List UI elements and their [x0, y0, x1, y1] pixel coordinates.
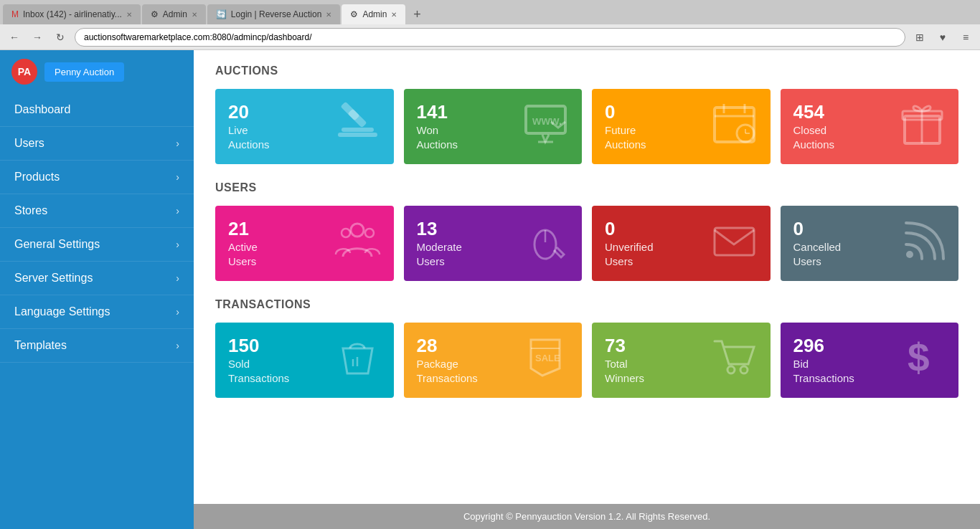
heart-button[interactable]: ♥ [934, 29, 951, 46]
gift-icon [899, 100, 946, 153]
won-auctions-card[interactable]: 141 WonAuctions www. [404, 89, 583, 164]
menu-button[interactable]: ≡ [957, 29, 974, 46]
chevron-right-icon: › [176, 205, 179, 216]
svg-text:SALE: SALE [535, 353, 560, 363]
svg-point-17 [351, 224, 364, 237]
sidebar-item-server-settings[interactable]: Server Settings › [0, 262, 194, 295]
rss-icon [899, 217, 946, 270]
logo-button[interactable]: Penny Auction [44, 62, 124, 82]
tab-close-icon[interactable]: ✕ [391, 11, 397, 19]
auctions-section-title: AUCTIONS [215, 65, 958, 77]
svg-rect-22 [715, 228, 754, 255]
sidebar: PA Penny Auction Dashboard Users › Produ… [0, 50, 194, 529]
sidebar-nav: Dashboard Users › Products › Stores › Ge… [0, 93, 194, 363]
footer: Copyright © Pennyauction Version 1.2. Al… [194, 504, 980, 529]
chevron-right-icon: › [176, 171, 179, 183]
transactions-section-title: TRANSACTIONS [215, 298, 958, 311]
live-auctions-number: 20 [228, 102, 270, 123]
closed-auctions-card[interactable]: 454 ClosedAuctions [781, 89, 959, 164]
www-icon: www. [522, 100, 569, 153]
tab-bar: M Inbox (142) - airlinenatiy... ✕ ⚙ Admi… [0, 0, 980, 24]
address-input[interactable] [75, 28, 905, 47]
dollar-icon: $ [899, 334, 946, 386]
sidebar-item-users[interactable]: Users › [0, 127, 194, 161]
tab-close-icon[interactable]: ✕ [192, 11, 197, 19]
sold-transactions-card[interactable]: 150 SoldTransactions [215, 323, 394, 398]
closed-auctions-label: ClosedAuctions [793, 123, 835, 151]
sidebar-item-stores[interactable]: Stores › [0, 194, 194, 228]
extensions-button[interactable]: ⊞ [911, 29, 928, 46]
transactions-cards-grid: 150 SoldTransactions [215, 323, 958, 398]
active-users-card[interactable]: 21 ActiveUsers [215, 206, 394, 281]
future-auctions-card[interactable]: 0 FutureAuctions [592, 89, 771, 164]
moderate-users-card[interactable]: 13 ModerateUsers [404, 206, 583, 281]
active-users-label: ActiveUsers [228, 240, 258, 268]
live-auctions-card[interactable]: 20 LiveAuctions [215, 89, 394, 164]
won-auctions-number: 141 [417, 102, 458, 123]
back-button[interactable]: ← [6, 29, 23, 46]
svg-point-19 [365, 229, 374, 237]
active-users-number: 21 [228, 219, 258, 239]
chevron-right-icon: › [176, 272, 179, 284]
content-area: AUCTIONS 20 LiveAuctions [194, 50, 980, 504]
sidebar-item-dashboard[interactable]: Dashboard [0, 93, 194, 127]
new-tab-button[interactable]: + [407, 4, 427, 24]
tab-admin1[interactable]: ⚙ Admin ✕ [142, 4, 206, 24]
forward-button[interactable]: → [29, 29, 46, 46]
svg-rect-3 [338, 133, 377, 137]
logo-circle: PA [11, 59, 37, 85]
tab-admin2[interactable]: ⚙ Admin ✕ [341, 4, 405, 24]
bid-transactions-number: 296 [793, 335, 854, 356]
future-auctions-label: FutureAuctions [605, 123, 646, 151]
main-content: AUCTIONS 20 LiveAuctions [194, 50, 980, 529]
total-winners-label: TotalWinners [605, 357, 644, 385]
envelope-icon [711, 217, 758, 270]
svg-point-18 [341, 229, 350, 237]
users-cards-grid: 21 ActiveUsers [215, 206, 958, 281]
sold-transactions-number: 150 [228, 335, 289, 356]
sidebar-item-language-settings[interactable]: Language Settings › [0, 295, 194, 329]
bid-transactions-label: BidTransactions [793, 357, 854, 385]
tab-close-icon[interactable]: ✕ [126, 11, 132, 19]
cart-icon [711, 334, 758, 386]
unverified-users-label: UnverifiedUsers [605, 240, 654, 268]
bid-transactions-card[interactable]: 296 BidTransactions $ [781, 323, 959, 398]
package-transactions-number: 28 [417, 335, 478, 356]
svg-text:$: $ [908, 335, 930, 380]
unverified-users-number: 0 [605, 219, 654, 239]
moderate-users-number: 13 [417, 219, 462, 239]
package-transactions-card[interactable]: 28 PackageTransactions SALE [404, 323, 583, 398]
tab-close-icon[interactable]: ✕ [326, 11, 331, 19]
address-bar: ← → ↻ ⊞ ♥ ≡ [0, 24, 980, 50]
cancelled-users-card[interactable]: 0 CancelledUsers [781, 206, 959, 281]
sidebar-item-templates[interactable]: Templates › [0, 329, 194, 363]
tab-inbox[interactable]: M Inbox (142) - airlinenatiy... ✕ [3, 4, 141, 24]
reload-button[interactable]: ↻ [52, 29, 69, 46]
tab-reverse-auction[interactable]: 🔄 Login | Reverse Auction ✕ [207, 4, 341, 24]
sale-tag-icon: SALE [522, 334, 569, 386]
calendar-icon [711, 100, 758, 153]
closed-auctions-number: 454 [793, 102, 835, 123]
moderate-users-label: ModerateUsers [417, 240, 462, 268]
cancelled-users-number: 0 [793, 219, 842, 239]
sidebar-item-products[interactable]: Products › [0, 161, 194, 194]
shopping-bag-icon [334, 334, 381, 386]
chevron-right-icon: › [176, 138, 179, 149]
chevron-right-icon: › [176, 239, 179, 250]
sold-transactions-label: SoldTransactions [228, 357, 289, 385]
svg-point-23 [906, 251, 913, 258]
live-auctions-label: LiveAuctions [228, 123, 270, 151]
users-section-title: USERS [215, 181, 958, 194]
chevron-right-icon: › [176, 340, 179, 351]
gavel-icon [334, 100, 381, 153]
package-transactions-label: PackageTransactions [417, 357, 478, 385]
unverified-users-card[interactable]: 0 UnverifiedUsers [592, 206, 771, 281]
total-winners-number: 73 [605, 335, 644, 356]
chevron-right-icon: › [176, 306, 179, 318]
total-winners-card[interactable]: 73 TotalWinners [592, 323, 771, 398]
svg-point-28 [727, 366, 735, 373]
svg-text:www.: www. [532, 115, 562, 127]
sidebar-item-general-settings[interactable]: General Settings › [0, 228, 194, 262]
svg-point-29 [740, 366, 748, 373]
svg-rect-0 [341, 128, 374, 132]
